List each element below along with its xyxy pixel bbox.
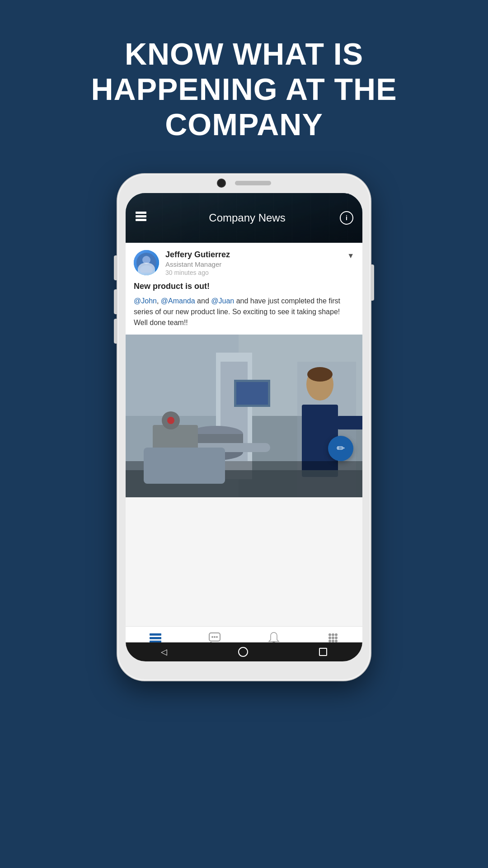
post-comma: , (157, 297, 161, 305)
mention-juan[interactable]: @Juan (211, 297, 234, 305)
phone-body: ▾⊙ ◀▲ ▭ 12:30 (117, 174, 371, 680)
app-header: Company News i (126, 193, 362, 243)
svg-rect-2 (136, 219, 146, 221)
post-headline: New product is out! (134, 282, 354, 291)
compose-fab-button[interactable]: ✏ (328, 436, 353, 461)
svg-point-4 (142, 256, 150, 264)
phone-device: ▾⊙ ◀▲ ▭ 12:30 (117, 174, 371, 680)
post-body: @John, @Amanda and @Juan and have just c… (134, 296, 354, 328)
phone-top-hardware (117, 179, 371, 188)
feed-content[interactable]: Company News i (126, 193, 362, 626)
svg-point-39 (328, 633, 331, 636)
svg-point-42 (328, 637, 331, 639)
post-user-info: Jeffery Gutierrez Assistant Manager 30 m… (165, 250, 347, 276)
camera-lens (217, 179, 226, 188)
back-button[interactable]: ◁ (161, 647, 167, 657)
dropdown-arrow-icon[interactable]: ▼ (347, 252, 354, 260)
streams-icon (135, 212, 147, 224)
svg-rect-30 (126, 335, 362, 497)
svg-point-44 (335, 637, 338, 639)
svg-point-40 (332, 633, 334, 636)
post-user-name: Jeffery Gutierrez (165, 250, 347, 259)
home-button[interactable] (238, 647, 248, 657)
post-user-title: Assistant Manager (165, 260, 347, 268)
svg-rect-36 (214, 636, 216, 638)
svg-rect-32 (150, 637, 161, 639)
avatar (134, 250, 159, 275)
svg-rect-35 (211, 636, 213, 638)
info-icon[interactable]: i (340, 211, 353, 225)
avatar-image (134, 250, 159, 275)
system-nav-bar: ◁ (126, 642, 362, 661)
speaker-grille (235, 181, 271, 185)
mention-amanda[interactable]: @Amanda (161, 297, 195, 305)
phone-screen: ▾⊙ ◀▲ ▭ 12:30 (126, 193, 362, 661)
edit-icon: ✏ (337, 443, 345, 454)
recents-button[interactable] (319, 648, 327, 656)
post-content: New product is out! @John, @Amanda and @… (126, 282, 362, 335)
post-card: Jeffery Gutierrez Assistant Manager 30 m… (126, 243, 362, 497)
svg-rect-15 (171, 450, 184, 477)
svg-rect-37 (216, 636, 218, 638)
post-header: Jeffery Gutierrez Assistant Manager 30 m… (126, 243, 362, 282)
svg-rect-16 (207, 450, 221, 477)
svg-point-43 (332, 637, 334, 639)
mention-john[interactable]: @John (134, 297, 157, 305)
svg-point-41 (335, 633, 338, 636)
post-time: 30 minutes ago (165, 269, 347, 276)
hero-text: KNOW WHAT IS HAPPENING AT THE COMPANY (0, 0, 488, 170)
post-and: and (195, 297, 211, 305)
app-header-title: Company News (155, 212, 340, 224)
svg-point-5 (140, 265, 153, 273)
svg-rect-0 (136, 212, 146, 214)
svg-rect-31 (150, 633, 161, 636)
svg-rect-1 (136, 215, 146, 217)
svg-point-3 (136, 253, 156, 273)
post-image: ✏ (126, 335, 362, 497)
